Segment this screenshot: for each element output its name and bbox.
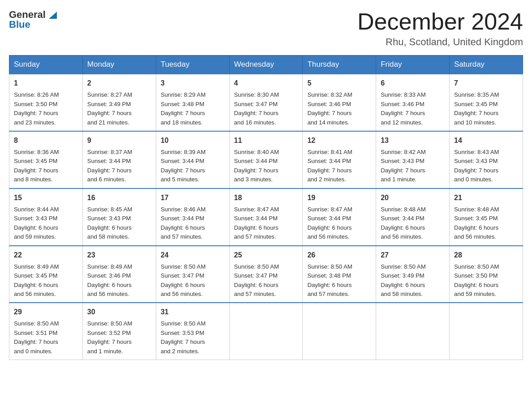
day-info: Sunrise: 8:35 AMSunset: 3:45 PMDaylight:… bbox=[454, 91, 499, 125]
logo-triangle-icon bbox=[47, 10, 57, 20]
day-number: 17 bbox=[161, 193, 225, 203]
day-number: 16 bbox=[87, 193, 151, 203]
day-number: 18 bbox=[234, 193, 298, 203]
day-cell-12: 12Sunrise: 8:41 AMSunset: 3:44 PMDayligh… bbox=[303, 131, 376, 188]
day-cell-26: 26Sunrise: 8:50 AMSunset: 3:48 PMDayligh… bbox=[303, 246, 376, 303]
day-number: 6 bbox=[381, 78, 445, 89]
header-sunday: Sunday bbox=[9, 56, 83, 74]
day-cell-8: 8Sunrise: 8:36 AMSunset: 3:45 PMDaylight… bbox=[9, 131, 83, 188]
empty-cell bbox=[450, 303, 523, 360]
day-cell-2: 2Sunrise: 8:27 AMSunset: 3:49 PMDaylight… bbox=[82, 74, 156, 131]
day-info: Sunrise: 8:50 AMSunset: 3:51 PMDaylight:… bbox=[14, 320, 59, 354]
week-row-2: 8Sunrise: 8:36 AMSunset: 3:45 PMDaylight… bbox=[9, 131, 523, 188]
day-number: 14 bbox=[454, 135, 518, 146]
svg-marker-0 bbox=[49, 12, 57, 19]
day-info: Sunrise: 8:50 AMSunset: 3:52 PMDaylight:… bbox=[87, 320, 132, 354]
day-info: Sunrise: 8:48 AMSunset: 3:45 PMDaylight:… bbox=[454, 206, 499, 240]
day-number: 26 bbox=[307, 250, 371, 261]
day-cell-3: 3Sunrise: 8:29 AMSunset: 3:48 PMDaylight… bbox=[156, 74, 229, 131]
day-number: 9 bbox=[87, 135, 151, 146]
day-number: 12 bbox=[307, 135, 371, 146]
day-info: Sunrise: 8:47 AMSunset: 3:44 PMDaylight:… bbox=[307, 206, 352, 240]
calendar-table: SundayMondayTuesdayWednesdayThursdayFrid… bbox=[9, 55, 523, 360]
day-info: Sunrise: 8:30 AMSunset: 3:47 PMDaylight:… bbox=[234, 91, 279, 125]
day-info: Sunrise: 8:36 AMSunset: 3:45 PMDaylight:… bbox=[14, 149, 59, 183]
day-cell-24: 24Sunrise: 8:50 AMSunset: 3:47 PMDayligh… bbox=[156, 246, 229, 303]
day-number: 21 bbox=[454, 193, 518, 203]
day-cell-13: 13Sunrise: 8:42 AMSunset: 3:43 PMDayligh… bbox=[376, 131, 450, 188]
day-number: 31 bbox=[161, 307, 225, 317]
header-thursday: Thursday bbox=[303, 56, 376, 74]
page-header: General Blue December 2024 Rhu, Scotland… bbox=[9, 9, 523, 48]
header-monday: Monday bbox=[82, 56, 156, 74]
day-info: Sunrise: 8:33 AMSunset: 3:46 PMDaylight:… bbox=[381, 91, 425, 125]
day-cell-31: 31Sunrise: 8:50 AMSunset: 3:53 PMDayligh… bbox=[156, 303, 229, 360]
day-cell-20: 20Sunrise: 8:48 AMSunset: 3:44 PMDayligh… bbox=[376, 188, 450, 246]
header-friday: Friday bbox=[376, 56, 450, 74]
day-number: 22 bbox=[14, 250, 78, 261]
day-number: 23 bbox=[87, 250, 151, 261]
day-number: 7 bbox=[454, 78, 518, 89]
day-info: Sunrise: 8:48 AMSunset: 3:44 PMDaylight:… bbox=[381, 206, 425, 240]
day-cell-19: 19Sunrise: 8:47 AMSunset: 3:44 PMDayligh… bbox=[303, 188, 376, 246]
day-info: Sunrise: 8:41 AMSunset: 3:44 PMDaylight:… bbox=[307, 149, 352, 183]
day-number: 28 bbox=[454, 250, 518, 261]
header-tuesday: Tuesday bbox=[156, 56, 229, 74]
day-number: 5 bbox=[307, 78, 371, 89]
day-cell-14: 14Sunrise: 8:43 AMSunset: 3:43 PMDayligh… bbox=[450, 131, 523, 188]
day-info: Sunrise: 8:50 AMSunset: 3:47 PMDaylight:… bbox=[234, 263, 279, 297]
day-cell-5: 5Sunrise: 8:32 AMSunset: 3:46 PMDaylight… bbox=[303, 74, 376, 131]
day-cell-11: 11Sunrise: 8:40 AMSunset: 3:44 PMDayligh… bbox=[229, 131, 303, 188]
day-number: 1 bbox=[14, 78, 78, 89]
day-number: 4 bbox=[234, 78, 298, 89]
day-info: Sunrise: 8:32 AMSunset: 3:46 PMDaylight:… bbox=[307, 91, 352, 125]
day-info: Sunrise: 8:49 AMSunset: 3:46 PMDaylight:… bbox=[87, 263, 132, 297]
day-cell-22: 22Sunrise: 8:49 AMSunset: 3:45 PMDayligh… bbox=[9, 246, 83, 303]
title-section: December 2024 Rhu, Scotland, United King… bbox=[357, 9, 523, 48]
logo-text-blue: Blue bbox=[9, 19, 30, 30]
week-row-3: 15Sunrise: 8:44 AMSunset: 3:43 PMDayligh… bbox=[9, 188, 523, 246]
day-info: Sunrise: 8:49 AMSunset: 3:45 PMDaylight:… bbox=[14, 263, 59, 297]
week-row-1: 1Sunrise: 8:26 AMSunset: 3:50 PMDaylight… bbox=[9, 74, 523, 131]
day-number: 11 bbox=[234, 135, 298, 146]
day-info: Sunrise: 8:39 AMSunset: 3:44 PMDaylight:… bbox=[161, 149, 206, 183]
day-info: Sunrise: 8:46 AMSunset: 3:44 PMDaylight:… bbox=[161, 206, 206, 240]
day-info: Sunrise: 8:37 AMSunset: 3:44 PMDaylight:… bbox=[87, 149, 132, 183]
day-cell-28: 28Sunrise: 8:50 AMSunset: 3:50 PMDayligh… bbox=[450, 246, 523, 303]
day-number: 20 bbox=[381, 193, 445, 203]
day-info: Sunrise: 8:40 AMSunset: 3:44 PMDaylight:… bbox=[234, 149, 279, 183]
day-cell-23: 23Sunrise: 8:49 AMSunset: 3:46 PMDayligh… bbox=[82, 246, 156, 303]
day-number: 27 bbox=[381, 250, 445, 261]
day-cell-29: 29Sunrise: 8:50 AMSunset: 3:51 PMDayligh… bbox=[9, 303, 83, 360]
location: Rhu, Scotland, United Kingdom bbox=[357, 36, 523, 48]
day-cell-27: 27Sunrise: 8:50 AMSunset: 3:49 PMDayligh… bbox=[376, 246, 450, 303]
header-saturday: Saturday bbox=[450, 56, 523, 74]
day-info: Sunrise: 8:45 AMSunset: 3:43 PMDaylight:… bbox=[87, 206, 132, 240]
day-info: Sunrise: 8:42 AMSunset: 3:43 PMDaylight:… bbox=[381, 149, 425, 183]
day-info: Sunrise: 8:43 AMSunset: 3:43 PMDaylight:… bbox=[454, 149, 499, 183]
day-cell-30: 30Sunrise: 8:50 AMSunset: 3:52 PMDayligh… bbox=[82, 303, 156, 360]
header-row: SundayMondayTuesdayWednesdayThursdayFrid… bbox=[9, 56, 523, 74]
header-wednesday: Wednesday bbox=[229, 56, 303, 74]
day-cell-18: 18Sunrise: 8:47 AMSunset: 3:44 PMDayligh… bbox=[229, 188, 303, 246]
day-info: Sunrise: 8:50 AMSunset: 3:49 PMDaylight:… bbox=[381, 263, 425, 297]
day-info: Sunrise: 8:44 AMSunset: 3:43 PMDaylight:… bbox=[14, 206, 59, 240]
day-info: Sunrise: 8:26 AMSunset: 3:50 PMDaylight:… bbox=[14, 91, 59, 125]
day-cell-9: 9Sunrise: 8:37 AMSunset: 3:44 PMDaylight… bbox=[82, 131, 156, 188]
day-number: 13 bbox=[381, 135, 445, 146]
day-number: 24 bbox=[161, 250, 225, 261]
day-number: 2 bbox=[87, 78, 151, 89]
week-row-5: 29Sunrise: 8:50 AMSunset: 3:51 PMDayligh… bbox=[9, 303, 523, 360]
day-number: 19 bbox=[307, 193, 371, 203]
day-info: Sunrise: 8:27 AMSunset: 3:49 PMDaylight:… bbox=[87, 91, 132, 125]
empty-cell bbox=[303, 303, 376, 360]
day-info: Sunrise: 8:50 AMSunset: 3:53 PMDaylight:… bbox=[161, 320, 206, 354]
day-number: 15 bbox=[14, 193, 78, 203]
day-number: 29 bbox=[14, 307, 78, 317]
day-number: 30 bbox=[87, 307, 151, 317]
empty-cell bbox=[376, 303, 450, 360]
day-number: 10 bbox=[161, 135, 225, 146]
day-info: Sunrise: 8:29 AMSunset: 3:48 PMDaylight:… bbox=[161, 91, 206, 125]
day-cell-17: 17Sunrise: 8:46 AMSunset: 3:44 PMDayligh… bbox=[156, 188, 229, 246]
day-number: 8 bbox=[14, 135, 78, 146]
